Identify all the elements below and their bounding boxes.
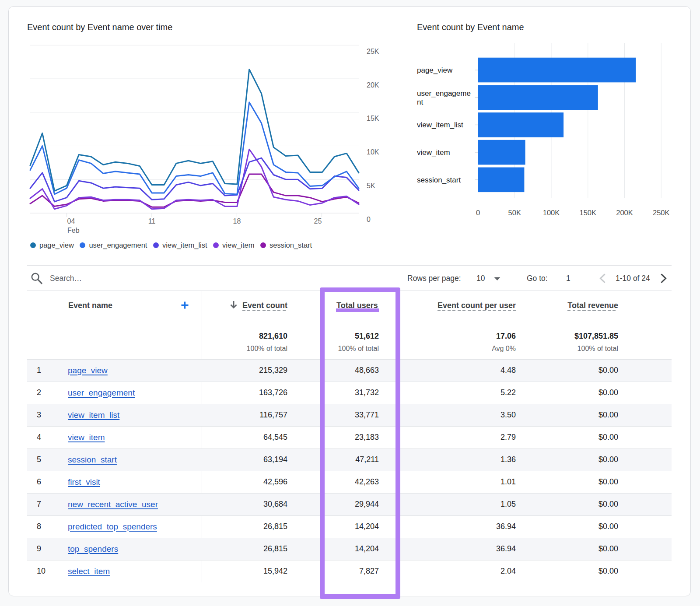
svg-text:50K: 50K (508, 209, 521, 217)
svg-text:nt: nt (417, 98, 423, 106)
svg-text:page_view: page_view (417, 66, 453, 74)
svg-text:5K: 5K (367, 182, 375, 189)
svg-text:Feb: Feb (67, 227, 80, 234)
svg-text:11: 11 (148, 217, 156, 225)
svg-text:user_engageme: user_engageme (417, 89, 471, 98)
svg-text:20K: 20K (367, 81, 379, 89)
svg-text:04: 04 (67, 217, 75, 225)
svg-text:25: 25 (314, 217, 322, 225)
svg-text:view_item: view_item (417, 148, 450, 157)
svg-text:150K: 150K (580, 209, 597, 217)
svg-text:0: 0 (367, 216, 371, 223)
svg-text:10K: 10K (367, 148, 379, 156)
svg-text:view_item_list: view_item_list (417, 121, 463, 129)
svg-text:250K: 250K (653, 209, 670, 217)
svg-text:100K: 100K (543, 209, 560, 217)
svg-text:200K: 200K (616, 209, 633, 217)
svg-text:25K: 25K (367, 48, 379, 55)
svg-text:session_start: session_start (417, 176, 461, 184)
svg-text:0: 0 (476, 209, 480, 217)
svg-text:18: 18 (233, 217, 241, 225)
svg-text:15K: 15K (367, 115, 379, 122)
